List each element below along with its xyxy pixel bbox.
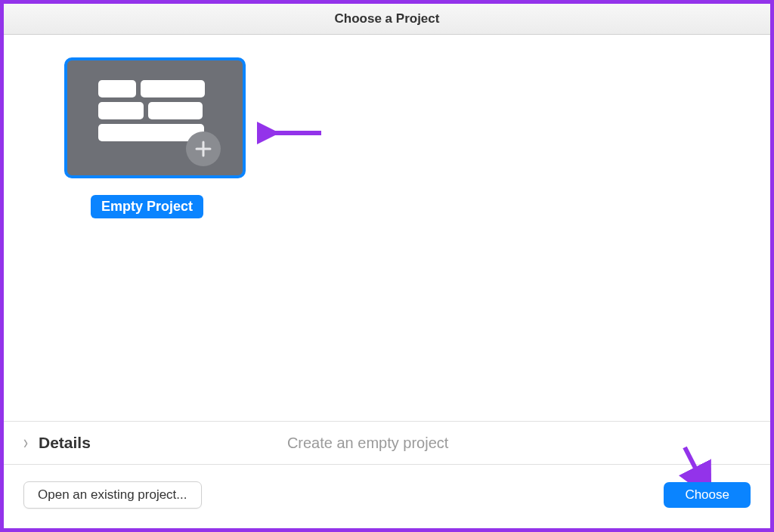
brick bbox=[98, 102, 144, 119]
brick bbox=[148, 102, 203, 119]
details-label: Details bbox=[39, 434, 91, 452]
details-toggle[interactable]: › Details bbox=[23, 434, 91, 452]
title-text: Choose a Project bbox=[335, 11, 440, 26]
empty-project-icon bbox=[98, 80, 212, 156]
brick bbox=[141, 80, 205, 97]
window-title: Choose a Project bbox=[4, 4, 770, 35]
plus-icon bbox=[186, 131, 221, 166]
project-selection-area: Empty Project bbox=[4, 35, 770, 421]
chevron-right-icon: › bbox=[23, 431, 28, 453]
open-existing-project-button[interactable]: Open an existing project... bbox=[23, 481, 202, 509]
empty-project-label: Empty Project bbox=[91, 195, 203, 218]
details-description: Create an empty project bbox=[287, 435, 448, 452]
footer-bar: Open an existing project... Choose bbox=[4, 465, 770, 528]
brick bbox=[98, 80, 136, 97]
details-section: › Details Create an empty project bbox=[4, 421, 770, 465]
annotation-arrow-icon bbox=[257, 118, 325, 148]
choose-button[interactable]: Choose bbox=[664, 482, 751, 508]
empty-project-card[interactable] bbox=[64, 57, 246, 178]
